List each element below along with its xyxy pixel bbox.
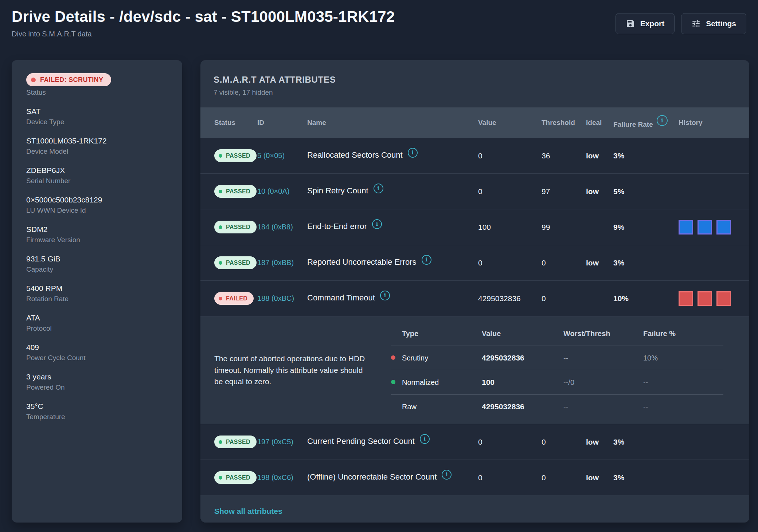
attribute-name: Current Pending Sector Count bbox=[307, 437, 415, 446]
attribute-info-icon[interactable]: i bbox=[420, 434, 430, 444]
attribute-row[interactable]: PASSED 5 (0×05) Reallocated Sectors Coun… bbox=[200, 138, 749, 174]
sidebar-item: ZDEBP6JX Serial Number bbox=[26, 166, 168, 185]
detail-row-value: 4295032836 bbox=[482, 354, 563, 362]
attribute-info-icon[interactable]: i bbox=[422, 255, 431, 265]
attribute-name: Reported Uncorrectable Errors bbox=[307, 257, 417, 267]
attribute-row[interactable]: PASSED 198 (0xC6) (Offline) Uncorrectabl… bbox=[200, 460, 749, 495]
attribute-status-badge: FAILED bbox=[214, 292, 254, 305]
detail-row: Raw 4295032836 -- -- bbox=[391, 395, 723, 419]
sidebar-item-label: Device Type bbox=[26, 118, 168, 126]
status-dot-icon bbox=[219, 297, 222, 300]
sidebar-item-value: 409 bbox=[26, 343, 168, 352]
attribute-name: End-to-End error bbox=[307, 222, 367, 231]
attribute-detail-panel: The count of aborted operations due to H… bbox=[200, 316, 749, 424]
attribute-name: Command Timeout bbox=[307, 293, 375, 302]
attributes-subtitle: 7 visible, 17 hidden bbox=[214, 88, 736, 96]
export-button[interactable]: Export bbox=[616, 13, 675, 34]
detail-row-dot-icon bbox=[391, 380, 395, 384]
attribute-failure-rate: 3% bbox=[613, 473, 679, 482]
attribute-name-cell: Current Pending Sector Counti bbox=[307, 437, 478, 447]
attribute-info-icon[interactable]: i bbox=[442, 470, 452, 480]
attribute-status-badge: PASSED bbox=[214, 471, 257, 484]
status-label: Status bbox=[26, 88, 168, 96]
detail-column-worst-thresh: Worst/Thresh bbox=[563, 330, 643, 338]
page-header: Drive Details - /dev/sdc - sat - ST1000L… bbox=[12, 8, 746, 38]
attribute-threshold: 97 bbox=[542, 187, 586, 196]
status-dot-icon bbox=[219, 190, 222, 193]
attribute-status-label: FAILED bbox=[226, 295, 247, 302]
attribute-description: The count of aborted operations due to H… bbox=[200, 316, 383, 424]
attributes-header: S.M.A.R.T ATA ATTRIBUTES 7 visible, 17 h… bbox=[200, 60, 749, 107]
attribute-name: (Offline) Uncorrectable Sector Count bbox=[307, 472, 437, 481]
sidebar-item-label: Temperature bbox=[26, 413, 168, 421]
attribute-status-label: PASSED bbox=[226, 224, 250, 230]
attribute-info-icon[interactable]: i bbox=[372, 219, 382, 229]
detail-row-failure: 10% bbox=[643, 354, 723, 362]
attribute-value: 4295032836 bbox=[478, 294, 542, 303]
detail-row: Scrutiny 4295032836 -- 10% bbox=[391, 346, 723, 370]
attribute-ideal: low bbox=[586, 438, 613, 446]
attribute-name-cell: Reallocated Sectors Counti bbox=[307, 150, 478, 161]
detail-row-worst-thresh: --/0 bbox=[563, 378, 643, 387]
attribute-row[interactable]: PASSED 184 (0xB8) End-to-End errori 100 … bbox=[200, 209, 749, 245]
drive-summary-panel: FAILED: SCRUTINY Status SAT Device Type … bbox=[12, 60, 182, 523]
attribute-row[interactable]: PASSED 10 (0×0A) Spin Retry Counti 0 97 … bbox=[200, 174, 749, 209]
attribute-failure-rate: 10% bbox=[613, 294, 679, 303]
attribute-row[interactable]: PASSED 187 (0xBB) Reported Uncorrectable… bbox=[200, 245, 749, 281]
sidebar-item-label: Rotation Rate bbox=[26, 295, 168, 303]
sidebar-item: 0×5000c500b23c8129 LU WWN Device Id bbox=[26, 196, 168, 214]
attribute-ideal: low bbox=[586, 151, 613, 160]
attribute-threshold: 0 bbox=[542, 294, 586, 303]
history-square-blue bbox=[698, 220, 712, 235]
detail-table-header: Type Value Worst/Thresh Failure % bbox=[391, 322, 723, 346]
detail-row-value: 4295032836 bbox=[482, 402, 563, 411]
sidebar-item-value: 5400 RPM bbox=[26, 284, 168, 293]
attribute-value: 0 bbox=[478, 259, 542, 267]
sidebar-item: 409 Power Cycle Count bbox=[26, 343, 168, 362]
attribute-name-cell: End-to-End errori bbox=[307, 222, 478, 232]
attribute-ideal: low bbox=[586, 259, 613, 267]
attribute-failure-rate: 3% bbox=[613, 259, 679, 267]
attribute-value: 0 bbox=[478, 151, 542, 160]
sidebar-item-label: Device Model bbox=[26, 147, 168, 155]
history-square-blue bbox=[716, 220, 731, 235]
status-dot-icon bbox=[219, 476, 222, 480]
show-all-attributes-link[interactable]: Show all attributes bbox=[214, 507, 282, 515]
attribute-failure-rate: 5% bbox=[613, 187, 679, 196]
attribute-threshold: 36 bbox=[542, 151, 586, 160]
history-square-red bbox=[698, 291, 712, 306]
sidebar-item-label: Power Cycle Count bbox=[26, 354, 168, 362]
attribute-status-badge: PASSED bbox=[214, 436, 257, 448]
attribute-row[interactable]: FAILED 188 (0xBC) Command Timeouti 42950… bbox=[200, 281, 749, 316]
status-dot-icon bbox=[219, 225, 222, 229]
status-dot-icon bbox=[31, 78, 36, 82]
detail-row-failure: -- bbox=[643, 403, 723, 411]
sidebar-item-label: Capacity bbox=[26, 265, 168, 273]
settings-button[interactable]: Settings bbox=[681, 13, 746, 34]
attribute-id: 188 (0xBC) bbox=[257, 294, 307, 303]
header-actions: Export Settings bbox=[616, 13, 746, 34]
attribute-info-icon[interactable]: i bbox=[374, 184, 383, 193]
detail-row-value: 100 bbox=[482, 378, 563, 387]
attribute-info-icon[interactable]: i bbox=[380, 291, 390, 300]
history-square-red bbox=[679, 291, 693, 306]
detail-row-type: Scrutiny bbox=[402, 354, 482, 362]
attribute-detail-table: Type Value Worst/Thresh Failure % Scruti… bbox=[391, 316, 723, 424]
column-header-name: Name bbox=[307, 119, 478, 127]
attribute-id: 197 (0xC5) bbox=[257, 438, 307, 446]
detail-column-type: Type bbox=[402, 330, 482, 338]
detail-row-type: Raw bbox=[402, 403, 482, 411]
attribute-status-label: PASSED bbox=[226, 439, 250, 445]
export-button-label: Export bbox=[640, 19, 665, 28]
attribute-info-icon[interactable]: i bbox=[408, 148, 418, 158]
attribute-row[interactable]: PASSED 197 (0xC5) Current Pending Sector… bbox=[200, 424, 749, 460]
sidebar-item: SDM2 Firmware Version bbox=[26, 225, 168, 244]
detail-column-value: Value bbox=[482, 330, 563, 338]
detail-row-worst-thresh: -- bbox=[563, 403, 643, 411]
sidebar-item-value: SAT bbox=[26, 107, 168, 116]
column-header-value: Value bbox=[478, 119, 542, 127]
attribute-name: Reallocated Sectors Count bbox=[307, 150, 403, 159]
settings-button-label: Settings bbox=[706, 19, 736, 28]
failure-rate-info-icon[interactable]: i bbox=[657, 115, 668, 126]
sidebar-item-value: ST1000LM035-1RK172 bbox=[26, 137, 168, 145]
